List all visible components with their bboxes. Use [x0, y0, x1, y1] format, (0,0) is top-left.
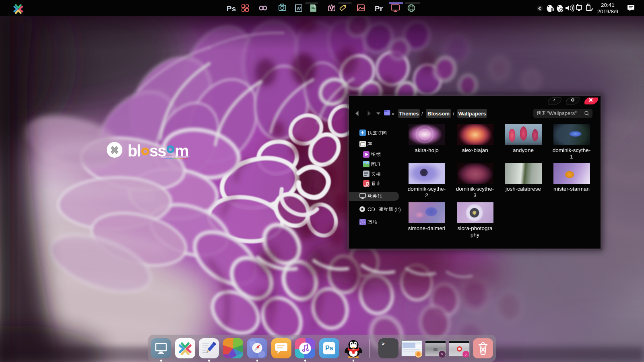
svg-text:2019/8/9: 2019/8/9 [597, 8, 619, 14]
svg-text:Pr: Pr [375, 4, 383, 13]
svg-text:CD: CD [367, 206, 375, 212]
svg-text:«: « [392, 111, 394, 117]
svg-text:(I:): (I:) [394, 206, 401, 212]
svg-text:DESKTOPENVIRONMENT: DESKTOPENVIRONMENT [161, 156, 190, 158]
svg-text:20:41: 20:41 [601, 2, 615, 8]
svg-text:W: W [297, 6, 301, 11]
svg-text:Ps: Ps [227, 4, 236, 13]
svg-text:"Wallpapers": "Wallpapers" [547, 110, 577, 116]
svg-text:/: / [453, 111, 454, 117]
svg-text:/: / [421, 111, 423, 117]
